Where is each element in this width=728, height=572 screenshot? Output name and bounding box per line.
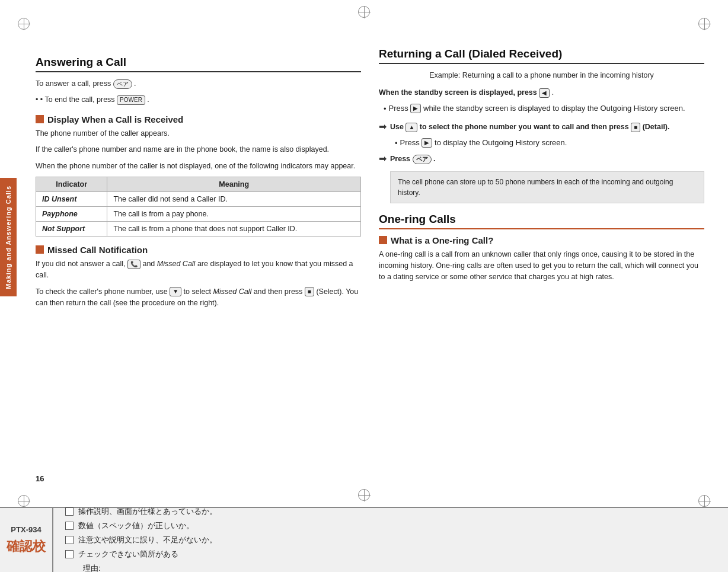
display-para2: If the caller's phone number and name ar… [36, 144, 361, 155]
step2: ➡ Use ▲ to select the phone number you w… [379, 122, 704, 150]
returning-title: Returning a Call (Dialed Received) [379, 47, 704, 64]
step1-bullet: • Press ▶ while the standby screen is di… [384, 104, 704, 114]
missed-para2: To check the caller's phone number, use … [36, 286, 361, 309]
reg-mark-bottom-left [18, 495, 30, 507]
sidebar-label: Making and Answering Calls [0, 178, 17, 296]
indicator-table: Indicator Meaning ID Unsent The caller d… [36, 177, 361, 237]
check-label-2: 数値（スペック値）が正しいか。 [78, 520, 194, 531]
arrow-icon-2: ➡ [379, 121, 387, 132]
onering-section: One-ring Calls What is a One-ring Call? … [379, 213, 704, 283]
select-icon: ■ [305, 287, 314, 296]
missed-section-title: Missed Call Notification [36, 245, 361, 255]
step2-label: Use ▲ to select the phone number you wan… [390, 122, 704, 133]
square-icon-3 [379, 236, 387, 244]
square-icon-2 [36, 245, 44, 254]
check-item-2: 数値（スペック値）が正しいか。 [65, 520, 716, 531]
check-item-5: 理由: [65, 563, 716, 572]
right-column: Returning a Call (Dialed Received) Examp… [379, 47, 704, 489]
display-para3: When the phone number of the caller is n… [36, 161, 361, 172]
kakunin-text: 確認校 [7, 538, 46, 555]
checkbox-2[interactable] [65, 522, 74, 530]
info-box: The cell phone can store up to 50 phone … [390, 171, 704, 203]
table-cell-meaning: The caller did not send a Caller ID. [107, 191, 361, 206]
step3: ➡ Press ペア . The cell phone can store up… [379, 154, 704, 203]
step2-content: Use ▲ to select the phone number you wan… [390, 122, 704, 150]
table-header-meaning: Meaning [107, 177, 361, 191]
step3-content: Press ペア . The cell phone can store up t… [390, 154, 704, 203]
main-content: Answering a Call To answer a call, press… [36, 47, 704, 489]
answer-button-icon: ペア [113, 79, 132, 89]
reg-mark-bottom-right [698, 495, 710, 507]
nav-up-icon: ▲ [405, 123, 417, 132]
display-section-title: Display When a Call is Received [36, 114, 361, 124]
onering-title: One-ring Calls [379, 213, 704, 229]
returning-example: Example: Returning a call to a phone num… [379, 70, 704, 81]
step3-label: Press ペア . [390, 154, 704, 165]
left-btn-icon: ◀ [539, 88, 550, 98]
check-item-1: 操作説明、画面が仕様とあっているか。 [65, 506, 716, 517]
power-button-icon: POWER [117, 95, 145, 105]
detail-btn-icon: ■ [631, 123, 640, 132]
page-number: 16 [36, 474, 44, 483]
step2-bullet: • Press ▶ to display the Outgoing Histor… [395, 138, 704, 148]
bottom-bar: PTX-934 確認校 操作説明、画面が仕様とあっているか。 数値（スペック値）… [0, 507, 728, 572]
answering-section: Answering a Call To answer a call, press… [36, 56, 361, 309]
checkbox-1[interactable] [65, 507, 74, 516]
ptx-code: PTX-934 [11, 525, 41, 534]
onering-body: A one-ring call is a call from an unknow… [379, 249, 704, 283]
right-btn-icon: ▶ [410, 104, 421, 113]
check-item-4: チェックできない箇所がある [65, 549, 716, 560]
arrow-icon-3: ➡ [379, 153, 387, 164]
checkbox-4[interactable] [65, 550, 74, 558]
display-para1: The phone number of the caller appears. [36, 128, 361, 139]
missed-para1: If you did not answer a call, 📞 and Miss… [36, 258, 361, 282]
check-label-4: チェックできない箇所がある [78, 549, 178, 560]
left-column: Answering a Call To answer a call, press… [36, 47, 361, 489]
table-cell-meaning: The call is from a phone that does not s… [107, 221, 361, 236]
reg-mark-top-left [18, 18, 30, 30]
call-btn-icon: ペア [413, 155, 432, 164]
step1-label: When the standby screen is displayed, pr… [379, 87, 704, 98]
returning-section: Returning a Call (Dialed Received) Examp… [379, 47, 704, 203]
table-row: ID Unsent The caller did not send a Call… [36, 191, 361, 206]
table-header-indicator: Indicator [36, 177, 107, 191]
missed-phone-icon: 📞 [127, 260, 141, 269]
table-cell-meaning: The call is from a pay phone. [107, 206, 361, 221]
onering-subsection-title: What is a One-ring Call? [379, 235, 704, 245]
answering-title: Answering a Call [36, 56, 361, 72]
table-cell-indicator: ID Unsent [36, 191, 107, 206]
nav-down-icon: ▼ [170, 287, 181, 296]
check-label-3: 注意文や説明文に誤り、不足がないか。 [78, 535, 217, 545]
bottom-label: PTX-934 確認校 [0, 508, 53, 572]
table-cell-indicator: Not Support [36, 221, 107, 236]
reg-mark-top-right [698, 18, 710, 30]
reg-mark-bottom-center [358, 489, 370, 501]
reg-mark-top-center [358, 6, 370, 18]
answering-end: • • To end the call, press POWER . [36, 94, 361, 106]
check-label-1: 操作説明、画面が仕様とあっているか。 [78, 506, 217, 517]
table-row: Payphone The call is from a pay phone. [36, 206, 361, 221]
table-row: Not Support The call is from a phone tha… [36, 221, 361, 236]
square-icon [36, 115, 44, 123]
answering-intro: To answer a call, press ペア . [36, 78, 361, 90]
right-btn2-icon: ▶ [422, 138, 432, 148]
checkbox-3[interactable] [65, 536, 74, 544]
check-item-3: 注意文や説明文に誤り、不足がないか。 [65, 535, 716, 545]
checklist: 操作説明、画面が仕様とあっているか。 数値（スペック値）が正しいか。 注意文や説… [53, 508, 728, 572]
table-cell-indicator: Payphone [36, 206, 107, 221]
check-label-5: 理由: [83, 563, 101, 572]
